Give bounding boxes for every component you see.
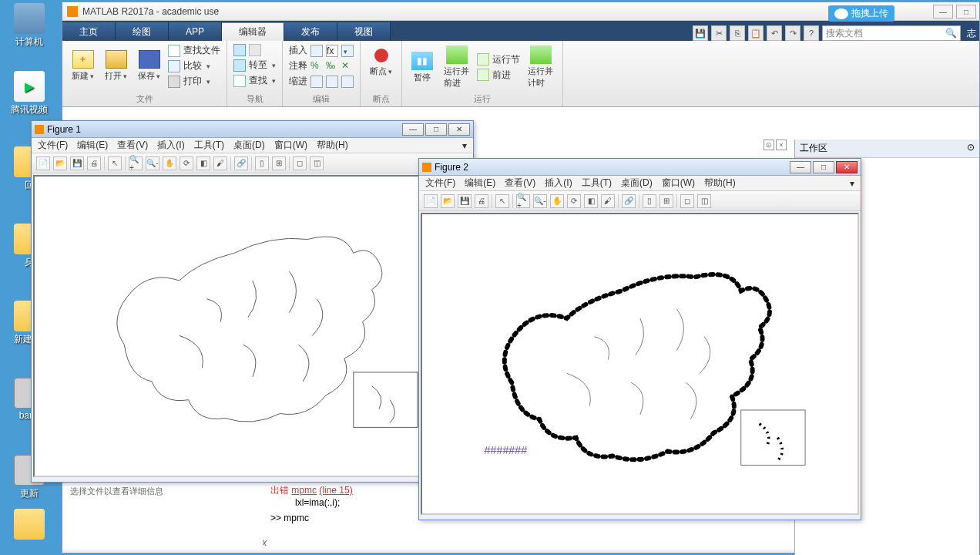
print-fig-icon[interactable]: 🖨 bbox=[87, 156, 101, 170]
new-fig-icon[interactable]: 📄 bbox=[424, 194, 438, 208]
brush-icon[interactable]: 🖌 bbox=[601, 194, 615, 208]
new-fig-icon[interactable]: 📄 bbox=[36, 156, 50, 170]
fig-menu-window[interactable]: 窗口(W) bbox=[662, 177, 695, 190]
qa-help-icon[interactable]: ? bbox=[804, 25, 819, 41]
fig-menu-help[interactable]: 帮助(H) bbox=[317, 139, 348, 152]
panel-options-button[interactable]: ⊙ bbox=[764, 140, 774, 150]
fig-menu-more-icon[interactable]: ▾ bbox=[850, 178, 854, 189]
fig-menu-window[interactable]: 窗口(W) bbox=[274, 139, 307, 152]
fig2-minimize-button[interactable]: — bbox=[790, 161, 811, 173]
insert-button[interactable]: 插入fx bbox=[289, 44, 354, 57]
minimize-button[interactable]: — bbox=[933, 5, 953, 18]
zoomout-icon[interactable]: 🔍- bbox=[533, 194, 547, 208]
legend-icon[interactable]: ⊞ bbox=[272, 156, 286, 170]
workspace-expand-icon[interactable]: ⊙ bbox=[967, 142, 975, 155]
datacursor-icon[interactable]: ◧ bbox=[584, 194, 598, 208]
print-fig-icon[interactable]: 🖨 bbox=[475, 194, 488, 208]
fig2-maximize-button[interactable]: □ bbox=[813, 161, 834, 173]
tab-home[interactable]: 主页 bbox=[62, 22, 116, 41]
open-fig-icon[interactable]: 📂 bbox=[441, 194, 455, 208]
fig-menu-desktop[interactable]: 桌面(D) bbox=[233, 139, 265, 152]
find-files-button[interactable]: 查找文件 bbox=[168, 44, 220, 57]
tab-publish[interactable]: 发布 bbox=[284, 22, 337, 41]
tab-plots[interactable]: 绘图 bbox=[116, 22, 169, 41]
fig1-maximize-button[interactable]: □ bbox=[425, 123, 447, 136]
figure2-axes[interactable]: ####### bbox=[421, 213, 859, 515]
rotate-icon[interactable]: ⟳ bbox=[567, 194, 581, 208]
legend-icon[interactable]: ⊞ bbox=[659, 194, 673, 208]
fig-menu-help[interactable]: 帮助(H) bbox=[704, 177, 736, 190]
showplot-icon[interactable]: ◫ bbox=[310, 156, 324, 170]
qa-redo-icon[interactable]: ↷ bbox=[785, 25, 800, 41]
qa-save-icon[interactable]: 💾 bbox=[693, 25, 708, 41]
fig1-minimize-button[interactable]: — bbox=[402, 123, 424, 136]
tab-editor[interactable]: 编辑器 bbox=[222, 22, 284, 41]
link-icon[interactable]: 🔗 bbox=[622, 194, 636, 208]
error-function-link[interactable]: mpmc bbox=[291, 485, 317, 496]
tab-view[interactable]: 视图 bbox=[337, 22, 391, 41]
colorbar-icon[interactable]: ▯ bbox=[643, 194, 656, 208]
run-time-button[interactable]: 运行并 计时 bbox=[525, 44, 556, 90]
fig-menu-file[interactable]: 文件(F) bbox=[425, 177, 455, 190]
print-button[interactable]: 打印 bbox=[168, 75, 220, 88]
colorbar-icon[interactable]: ▯ bbox=[255, 156, 269, 170]
run-advance-button[interactable]: 运行并 前进 bbox=[441, 44, 472, 90]
run-section-button[interactable]: 运行节 bbox=[477, 53, 520, 66]
comment-button[interactable]: 注释%‰✕ bbox=[289, 59, 354, 72]
panel-close-button[interactable]: × bbox=[776, 140, 787, 150]
workspace-header[interactable]: 工作区 ⊙ bbox=[795, 140, 979, 158]
pan-icon[interactable]: ✋ bbox=[163, 156, 176, 170]
search-docs-input[interactable]: 搜索文档🔍 bbox=[822, 25, 961, 41]
fig-menu-tools[interactable]: 工具(T) bbox=[582, 177, 612, 190]
desktop-icon[interactable]: 计算机 bbox=[6, 3, 52, 49]
pause-button[interactable]: ▮▮暂停 bbox=[408, 50, 436, 85]
fig-menu-edit[interactable]: 编辑(E) bbox=[77, 139, 108, 152]
hideplot-icon[interactable]: ◻ bbox=[293, 156, 307, 170]
fig2-close-button[interactable]: ✕ bbox=[836, 161, 858, 173]
link-icon[interactable]: 🔗 bbox=[234, 156, 248, 170]
desktop-icon[interactable]: 腾讯视频 bbox=[6, 71, 52, 116]
maximize-button[interactable]: □ bbox=[956, 5, 976, 18]
qa-copy-icon[interactable]: ⎘ bbox=[730, 25, 745, 41]
fig-menu-more-icon[interactable]: ▾ bbox=[462, 140, 467, 151]
new-button[interactable]: 新建 bbox=[69, 49, 97, 83]
advance-button[interactable]: 前进 bbox=[477, 69, 520, 82]
brush-icon[interactable]: 🖌 bbox=[213, 156, 227, 170]
upload-widget[interactable]: 拖拽上传 bbox=[828, 5, 894, 22]
figure1-axes[interactable] bbox=[33, 175, 472, 477]
save-fig-icon[interactable]: 💾 bbox=[458, 194, 472, 208]
fig-menu-file[interactable]: 文件(F) bbox=[38, 139, 68, 152]
fx-prompt-icon[interactable]: fx bbox=[263, 537, 267, 548]
fig1-close-button[interactable]: ✕ bbox=[448, 123, 470, 136]
pointer-icon[interactable]: ↖ bbox=[495, 194, 509, 208]
indent-button[interactable]: 缩进 bbox=[289, 75, 354, 88]
fig-menu-tools[interactable]: 工具(T) bbox=[194, 139, 224, 152]
fig-menu-insert[interactable]: 插入(I) bbox=[157, 139, 184, 152]
zoomin-icon[interactable]: 🔍+ bbox=[129, 156, 143, 170]
rotate-icon[interactable]: ⟳ bbox=[180, 156, 193, 170]
goto-button[interactable]: 转至 bbox=[233, 59, 276, 72]
qa-paste-icon[interactable]: 📋 bbox=[748, 25, 764, 41]
save-fig-icon[interactable]: 💾 bbox=[70, 156, 84, 170]
fig-menu-view[interactable]: 查看(V) bbox=[117, 139, 148, 152]
fig-menu-view[interactable]: 查看(V) bbox=[505, 177, 535, 190]
open-button[interactable]: 打开 bbox=[102, 49, 130, 83]
fig-menu-insert[interactable]: 插入(I) bbox=[545, 177, 572, 190]
pan-icon[interactable]: ✋ bbox=[550, 194, 564, 208]
compare-button[interactable]: 比较 bbox=[168, 59, 220, 72]
pointer-icon[interactable]: ↖ bbox=[108, 156, 122, 170]
qa-undo-icon[interactable]: ↶ bbox=[767, 25, 782, 41]
fx-icon[interactable]: fx bbox=[326, 45, 338, 57]
fig-menu-edit[interactable]: 编辑(E) bbox=[465, 177, 495, 190]
qa-cut-icon[interactable]: ✂ bbox=[711, 25, 727, 41]
figure2-window[interactable]: Figure 2 — □ ✕ 文件(F) 编辑(E) 查看(V) 插入(I) 工… bbox=[418, 158, 861, 520]
nav-fwd-icon[interactable] bbox=[249, 44, 261, 56]
desktop-icon[interactable] bbox=[6, 509, 52, 541]
nav-back-button[interactable] bbox=[233, 44, 276, 56]
figure2-titlebar[interactable]: Figure 2 — □ ✕ bbox=[419, 159, 861, 176]
datacursor-icon[interactable]: ◧ bbox=[196, 156, 210, 170]
showplot-icon[interactable]: ◫ bbox=[697, 194, 711, 208]
zoomout-icon[interactable]: 🔍- bbox=[146, 156, 159, 170]
figure1-window[interactable]: Figure 1 — □ ✕ 文件(F) 编辑(E) 查看(V) 插入(I) 工… bbox=[31, 120, 474, 483]
save-button[interactable]: 保存 bbox=[135, 49, 163, 83]
